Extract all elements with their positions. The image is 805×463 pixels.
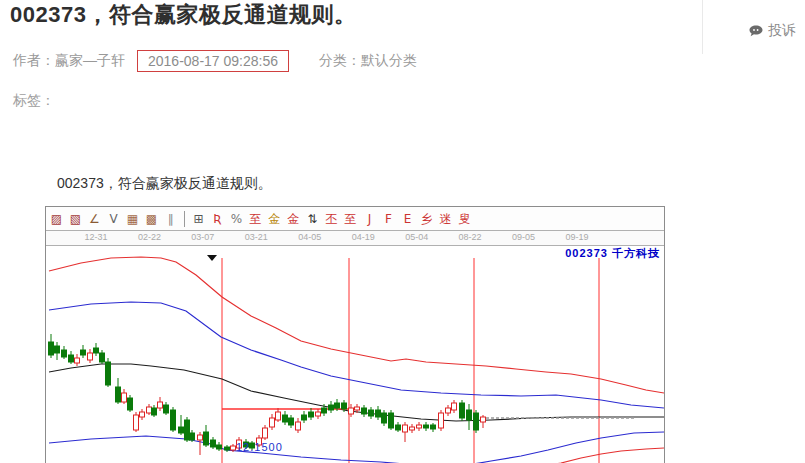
post-date-box: 2016-08-17 09:28:56 [137, 50, 289, 72]
axis-date-label: 09-05 [512, 232, 535, 242]
category: 分类：默认分类 [319, 52, 417, 70]
blog-post-page: 002373，符合赢家极反通道规则。 投诉 作者：赢家—子轩 2016-08-1… [0, 0, 805, 463]
updown-arrows-icon[interactable]: ⇅ [304, 210, 321, 227]
golden-section-icon[interactable]: 金 [266, 210, 283, 227]
post-date: 2016-08-17 09:28:56 [148, 53, 278, 69]
axis-date-label: 04-05 [298, 232, 321, 242]
trend-line-icon[interactable]: ∠ [86, 210, 103, 227]
complaint-label: 投诉 [768, 22, 796, 40]
tags-label: 标签： [13, 92, 55, 110]
gann-fan-icon[interactable]: 至 [247, 210, 264, 227]
kline-plot: 002373 千方科技 12.1500 [46, 246, 664, 463]
gann-grid-icon[interactable]: 至 [342, 210, 359, 227]
angle-e-icon[interactable]: E [399, 210, 416, 227]
waves-icon[interactable]: 乡 [418, 210, 435, 227]
fill-pattern-icon[interactable]: ▨ [48, 210, 65, 227]
angle-j-icon[interactable]: J [361, 210, 378, 227]
sidebar-divider [702, 0, 703, 54]
axis-date-label: 03-07 [191, 232, 214, 242]
channel-tool-icon[interactable]: 丕 [323, 210, 340, 227]
zigzag-icon[interactable]: Ⅴ [105, 210, 122, 227]
post-meta: 作者：赢家—子轩 2016-08-17 09:28:56 分类：默认分类 [13, 50, 417, 72]
axis-date-label: 02-22 [138, 232, 161, 242]
grid-fill-icon[interactable]: ▦ [124, 210, 141, 227]
axis-date-label: 12-31 [84, 232, 107, 242]
post-title: 002373，符合赢家极反通道规则。 [10, 0, 356, 30]
author-label: 作者： [13, 52, 55, 68]
kline-chart-image: ▨▧∠Ⅴ▦▩∥⊞Ʀ%至金金⇅丕至JFE乡迷叟 12-3102-2203-0703… [45, 206, 665, 463]
author-name: 赢家—子轩 [55, 52, 125, 68]
price-label: 12.1500 [236, 441, 283, 453]
measure-tool-icon[interactable]: 叟 [456, 210, 473, 227]
kline-compare-icon[interactable]: ⊞ [190, 210, 207, 227]
percent-icon[interactable]: % [228, 210, 245, 227]
post-body-text: 002373，符合赢家极反通道规则。 [57, 175, 272, 193]
axis-date-label: 04-19 [352, 232, 375, 242]
complaint-link[interactable]: 投诉 [749, 22, 796, 40]
axis-date-label: 08-22 [459, 232, 482, 242]
fill-pattern2-icon[interactable]: ▧ [67, 210, 84, 227]
axis-date-label: 05-04 [405, 232, 428, 242]
axis-date-label: 09-19 [565, 232, 588, 242]
category-link[interactable]: 默认分类 [361, 52, 417, 68]
grid-fill2-icon[interactable]: ▩ [143, 210, 160, 227]
author: 作者：赢家—子轩 [13, 52, 125, 70]
date-axis: 12-3102-2203-0703-2104-0504-1905-0408-22… [46, 230, 664, 246]
slope-tool-icon[interactable]: Ʀ [209, 210, 226, 227]
golden-line-icon[interactable]: 金 [285, 210, 302, 227]
kline-plot-svg [46, 246, 664, 463]
axis-date-label: 03-21 [245, 232, 268, 242]
chart-toolbar: ▨▧∠Ⅴ▦▩∥⊞Ʀ%至金金⇅丕至JFE乡迷叟 [46, 207, 664, 230]
angle-f-icon[interactable]: F [380, 210, 397, 227]
category-label: 分类： [319, 52, 361, 68]
parallel-lines-icon[interactable]: ∥ [162, 210, 179, 227]
toolbar-separator [184, 211, 185, 227]
stock-symbol-label: 002373 千方科技 [565, 246, 660, 261]
complaint-bubble-icon [749, 25, 763, 37]
cycle-tool-icon[interactable]: 迷 [437, 210, 454, 227]
